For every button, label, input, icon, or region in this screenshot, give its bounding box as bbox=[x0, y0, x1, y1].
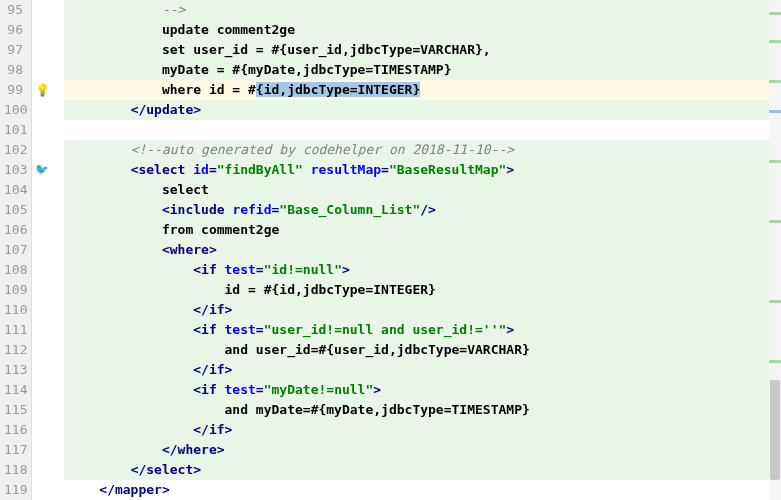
code-token: myDate = #{myDate,jdbcType=TIMESTAMP} bbox=[162, 62, 452, 77]
code-token: <if bbox=[193, 322, 224, 337]
gutter-icon-column: 💡🐦 bbox=[32, 0, 52, 500]
code-line[interactable]: --> bbox=[64, 0, 781, 20]
code-line[interactable]: </if> bbox=[64, 300, 781, 320]
line-number: 99 bbox=[4, 80, 23, 100]
line-number-gutter: 9596979899100101102103104105106107108109… bbox=[0, 0, 32, 500]
code-token: </if> bbox=[193, 422, 232, 437]
line-number: 118 bbox=[4, 460, 23, 480]
code-line[interactable]: <if test="id!=null"> bbox=[64, 260, 781, 280]
code-line[interactable]: where id = #{id,jdbcType=INTEGER} bbox=[64, 80, 781, 100]
code-token: > bbox=[506, 322, 514, 337]
code-token: {id,jdbcType=INTEGER} bbox=[256, 82, 420, 97]
code-token: <select bbox=[131, 162, 194, 177]
line-number: 112 bbox=[4, 340, 23, 360]
code-token bbox=[303, 162, 311, 177]
code-token: > bbox=[506, 162, 514, 177]
code-line[interactable]: and user_id=#{user_id,jdbcType=VARCHAR} bbox=[64, 340, 781, 360]
code-token: resultMap bbox=[311, 162, 381, 177]
code-token: test bbox=[225, 382, 256, 397]
code-line[interactable]: update comment2ge bbox=[64, 20, 781, 40]
code-line[interactable]: id = #{id,jdbcType=INTEGER} bbox=[64, 280, 781, 300]
line-number: 107 bbox=[4, 240, 23, 260]
line-number: 98 bbox=[4, 60, 23, 80]
line-number: 109 bbox=[4, 280, 23, 300]
line-number: 103 bbox=[4, 160, 23, 180]
code-token: </select> bbox=[131, 462, 201, 477]
code-token: select bbox=[162, 182, 209, 197]
code-token: set user_id = #{user_id,jdbcType=VARCHAR… bbox=[162, 42, 491, 57]
fold-column bbox=[52, 0, 64, 500]
code-line[interactable]: </update> bbox=[64, 100, 781, 120]
code-token: </if> bbox=[193, 302, 232, 317]
code-token: from comment2ge bbox=[162, 222, 279, 237]
mybatis-bird-icon[interactable]: 🐦 bbox=[32, 160, 52, 180]
code-line[interactable]: select bbox=[64, 180, 781, 200]
code-token: update comment2ge bbox=[162, 22, 295, 37]
line-number: 116 bbox=[4, 420, 23, 440]
lightbulb-icon[interactable]: 💡 bbox=[32, 80, 52, 100]
code-line[interactable]: </if> bbox=[64, 360, 781, 380]
code-line[interactable]: <select id="findByAll" resultMap="BaseRe… bbox=[64, 160, 781, 180]
code-token: "id!=null" bbox=[264, 262, 342, 277]
scrollbar-thumb[interactable] bbox=[770, 380, 780, 480]
code-token: where id = # bbox=[162, 82, 256, 97]
code-token: </update> bbox=[131, 102, 201, 117]
line-number: 100 bbox=[4, 100, 23, 120]
code-line[interactable]: </where> bbox=[64, 440, 781, 460]
line-number: 95 bbox=[4, 0, 23, 20]
code-line[interactable]: from comment2ge bbox=[64, 220, 781, 240]
code-token: refid bbox=[232, 202, 271, 217]
code-token: > bbox=[373, 382, 381, 397]
code-token: "Base_Column_List" bbox=[279, 202, 420, 217]
vertical-scrollbar[interactable] bbox=[769, 0, 781, 500]
scrollbar-mark bbox=[769, 12, 781, 15]
line-number: 110 bbox=[4, 300, 23, 320]
code-line[interactable]: <where> bbox=[64, 240, 781, 260]
code-token: <include bbox=[162, 202, 232, 217]
line-number: 114 bbox=[4, 380, 23, 400]
code-line[interactable]: <include refid="Base_Column_List"/> bbox=[64, 200, 781, 220]
code-line[interactable]: and myDate=#{myDate,jdbcType=TIMESTAMP} bbox=[64, 400, 781, 420]
code-line[interactable]: </select> bbox=[64, 460, 781, 480]
scrollbar-mark bbox=[769, 360, 781, 363]
scrollbar-mark bbox=[769, 160, 781, 163]
line-number: 119 bbox=[4, 480, 23, 500]
scrollbar-mark bbox=[769, 80, 781, 83]
code-token: test bbox=[225, 262, 256, 277]
scrollbar-mark bbox=[769, 300, 781, 303]
line-number: 106 bbox=[4, 220, 23, 240]
line-number: 102 bbox=[4, 140, 23, 160]
code-token: and myDate=#{myDate,jdbcType=TIMESTAMP} bbox=[225, 402, 530, 417]
code-line[interactable]: <if test="user_id!=null and user_id!=''"… bbox=[64, 320, 781, 340]
line-number: 97 bbox=[4, 40, 23, 60]
code-token: /> bbox=[420, 202, 436, 217]
code-line[interactable]: <if test="myDate!=null"> bbox=[64, 380, 781, 400]
code-token: "findByAll" bbox=[217, 162, 303, 177]
code-token: "myDate!=null" bbox=[264, 382, 374, 397]
code-token: </if> bbox=[193, 362, 232, 377]
code-token: > bbox=[342, 262, 350, 277]
code-editor: 9596979899100101102103104105106107108109… bbox=[0, 0, 781, 500]
code-line[interactable]: <!--auto generated by codehelper on 2018… bbox=[64, 140, 781, 160]
code-token: <if bbox=[193, 262, 224, 277]
line-number: 117 bbox=[4, 440, 23, 460]
code-token: test bbox=[225, 322, 256, 337]
code-token: and user_id=#{user_id,jdbcType=VARCHAR} bbox=[225, 342, 530, 357]
code-token: = bbox=[256, 322, 264, 337]
line-number: 115 bbox=[4, 400, 23, 420]
line-number: 105 bbox=[4, 200, 23, 220]
code-line[interactable]: set user_id = #{user_id,jdbcType=VARCHAR… bbox=[64, 40, 781, 60]
code-token: = bbox=[381, 162, 389, 177]
code-token: <if bbox=[193, 382, 224, 397]
code-token: = bbox=[256, 262, 264, 277]
code-token: <!--auto generated by codehelper on 2018… bbox=[131, 142, 515, 157]
scrollbar-mark bbox=[769, 110, 781, 113]
code-line[interactable]: </mapper> bbox=[64, 480, 781, 500]
code-area[interactable]: --> update comment2ge set user_id = #{us… bbox=[64, 0, 781, 500]
code-line[interactable]: myDate = #{myDate,jdbcType=TIMESTAMP} bbox=[64, 60, 781, 80]
code-token: id = #{id,jdbcType=INTEGER} bbox=[225, 282, 436, 297]
line-number: 96 bbox=[4, 20, 23, 40]
code-line[interactable] bbox=[64, 120, 781, 140]
scrollbar-mark bbox=[769, 40, 781, 43]
code-line[interactable]: </if> bbox=[64, 420, 781, 440]
